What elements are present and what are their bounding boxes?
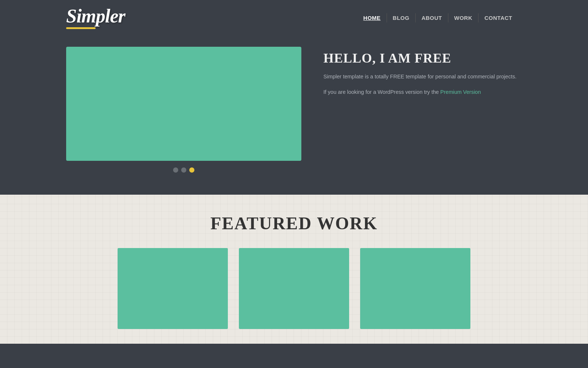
slider [66, 47, 301, 173]
logo-text: Simpler [66, 7, 125, 26]
featured-card-2[interactable] [239, 248, 349, 329]
main-nav: HOME BLOG ABOUT WORK CONTACT [358, 13, 518, 22]
featured-title: FEATURED WORK [66, 213, 522, 233]
featured-card-image-2 [239, 248, 349, 329]
hero-description-1: Simpler template is a totally FREE templ… [323, 72, 522, 81]
hero-section: HELLO, I AM FREE Simpler template is a t… [0, 36, 588, 195]
slider-dot-3[interactable] [189, 167, 194, 173]
logo-underline [66, 27, 96, 29]
logo: Simpler [66, 7, 125, 29]
hero-title: HELLO, I AM FREE [323, 50, 522, 66]
nav-about[interactable]: ABOUT [416, 13, 448, 22]
nav-home[interactable]: HOME [358, 13, 387, 22]
nav-contact[interactable]: CONTACT [478, 13, 518, 22]
premium-version-link[interactable]: Premium Version [440, 89, 481, 95]
header: Simpler HOME BLOG ABOUT WORK CONTACT [0, 0, 588, 36]
nav-blog[interactable]: BLOG [387, 13, 416, 22]
featured-grid [66, 248, 522, 329]
slider-dots [66, 167, 301, 173]
nav-work[interactable]: WORK [448, 13, 479, 22]
hero-description-2: If you are looking for a WordPress versi… [323, 88, 522, 97]
slider-dot-2[interactable] [181, 167, 186, 173]
slider-dot-1[interactable] [173, 167, 178, 173]
featured-card-image-1 [118, 248, 228, 329]
featured-card-1[interactable] [118, 248, 228, 329]
hero-description-2-prefix: If you are looking for a WordPress versi… [323, 89, 440, 95]
featured-card-image-3 [360, 248, 470, 329]
slider-image [66, 47, 301, 161]
hero-text: HELLO, I AM FREE Simpler template is a t… [323, 47, 522, 97]
featured-section: FEATURED WORK [0, 195, 588, 344]
featured-card-3[interactable] [360, 248, 470, 329]
